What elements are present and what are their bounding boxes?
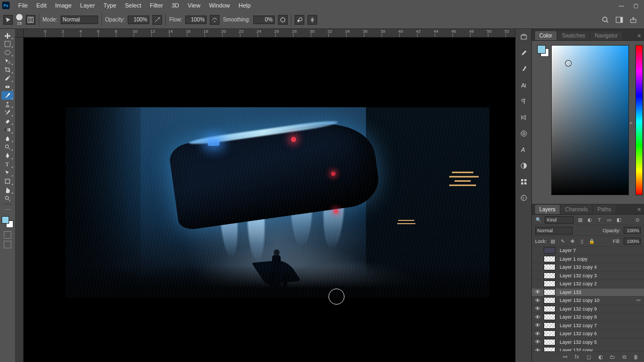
menu-help[interactable]: Help [235,0,255,11]
layer-thumbnail[interactable] [544,272,555,279]
layer-name[interactable]: Layer 132 copy [558,348,593,351]
brushes-panel-icon[interactable] [518,48,529,58]
layer-name[interactable]: Layer 1 copy [558,256,588,262]
blend-mode-select[interactable]: Normal [61,16,98,24]
minimize-button[interactable]: — [615,1,628,10]
panel-menu-icon[interactable]: ≡ [634,205,644,214]
lock-all-icon[interactable]: 🔒 [589,238,595,245]
menu-filter[interactable]: Filter [145,0,167,11]
filter-shape-icon[interactable]: ▭ [606,217,612,223]
pressure-opacity-toggle[interactable] [152,15,162,25]
dodge-tool[interactable] [2,143,13,151]
layer-row[interactable]: 👁Layer 132 copy 6 [532,330,644,338]
menu-type[interactable]: Type [99,0,121,11]
menu-view[interactable]: View [184,0,205,11]
visibility-toggle[interactable] [534,264,541,270]
eyedropper-tool[interactable] [2,74,13,83]
info-panel-icon[interactable]: i [518,193,529,203]
layer-row[interactable]: 👁Layer 132 copy [532,346,644,351]
visibility-toggle[interactable]: 👁 [534,339,541,345]
layer-row[interactable]: Layer 132 copy 3 [532,272,644,280]
artwork-canvas[interactable] [65,107,489,298]
visibility-toggle[interactable] [534,247,541,254]
layer-name[interactable]: Layer 132 copy 6 [558,331,597,336]
search-icon[interactable] [601,16,610,24]
tab-swatches[interactable]: Swatches [558,31,589,40]
pen-tool[interactable] [2,151,13,160]
quick-mask-toggle[interactable] [4,231,11,239]
tab-navigator[interactable]: Navigator [590,31,622,40]
layer-row[interactable]: Layer 7 [532,247,644,255]
document-viewport[interactable] [24,38,515,362]
layer-name[interactable]: Layer 132 copy 8 [558,314,597,320]
crop-tool[interactable] [2,65,13,74]
layer-thumbnail[interactable] [544,306,555,312]
actions-panel-icon[interactable] [518,113,529,122]
visibility-toggle[interactable]: 👁 [534,306,541,312]
filter-kind-select[interactable]: Kind [545,216,574,224]
smoothing-input[interactable]: 0% [253,16,275,24]
layer-list[interactable]: Layer 7Layer 1 copyLayer 132 copy 4Layer… [532,247,644,351]
layer-name[interactable]: Layer 132 copy 10 [558,298,599,303]
opacity-input[interactable]: 100% [128,16,149,24]
path-select-tool[interactable] [2,168,13,177]
menu-edit[interactable]: Edit [32,0,51,11]
layer-row[interactable]: Layer 132 copy 4 [532,263,644,272]
lock-pixels-icon[interactable]: ✎ [560,238,566,245]
zoom-tool[interactable] [2,194,13,203]
tab-paths[interactable]: Paths [593,205,616,214]
maximize-button[interactable]: ▢ [629,1,642,10]
paragraph-panel-icon[interactable] [518,97,529,106]
visibility-toggle[interactable]: 👁 [534,297,541,304]
tab-layers[interactable]: Layers [535,205,560,214]
blur-tool[interactable] [2,134,13,143]
hue-slider[interactable] [635,45,643,195]
symmetry-toggle[interactable] [308,15,317,25]
flow-input[interactable]: 100% [185,16,207,24]
saturation-picker[interactable] [551,45,629,195]
adjustments-panel-icon[interactable] [518,161,529,171]
shape-tool[interactable] [2,177,13,186]
layer-thumbnail[interactable] [544,289,555,295]
gradient-tool[interactable] [2,125,13,134]
layer-row[interactable]: 👁Layer 132 copy 7 [532,322,644,330]
screen-mode-toggle[interactable] [4,241,11,248]
menu-window[interactable]: Window [204,0,234,11]
layer-name[interactable]: Layer 7 [558,248,576,253]
type-tool[interactable]: T [2,160,13,168]
layer-name[interactable]: Layer 132 copy 4 [558,264,597,270]
layer-row[interactable]: 👁Layer 132 copy 8 [532,313,644,322]
layer-name[interactable]: Layer 132 copy 2 [558,281,597,286]
link-layers-icon[interactable]: ⚯ [561,353,569,361]
layer-name[interactable]: Layer 132 copy 7 [558,323,597,328]
fill-input[interactable]: 100% [624,238,641,245]
layer-row[interactable]: Layer 132 copy 2 [532,280,644,289]
edit-toolbar[interactable]: ⋯ [2,205,13,214]
lock-artboard-icon[interactable]: ▯ [579,238,586,245]
filter-pixel-icon[interactable]: ▧ [577,217,583,223]
lock-transparent-icon[interactable]: ▨ [550,238,557,245]
new-layer-icon[interactable]: ⧉ [620,353,628,361]
search-icon[interactable]: 🔍 [535,217,541,223]
tab-channels[interactable]: Channels [561,205,592,214]
canvas-area[interactable]: 0246810121416182022242628303234363840424… [15,29,515,362]
lock-position-icon[interactable]: ✥ [569,238,576,245]
clone-stamp-tool[interactable] [2,100,13,108]
visibility-toggle[interactable] [534,280,541,287]
pressure-size-toggle[interactable] [295,15,304,25]
color-cursor[interactable] [566,61,571,66]
smoothing-options[interactable] [278,15,288,25]
brush-settings-toggle[interactable] [26,15,35,25]
airbrush-toggle[interactable] [210,15,219,25]
marquee-tool[interactable] [2,40,13,48]
visibility-toggle[interactable]: 👁 [534,314,541,320]
layer-thumbnail[interactable] [544,256,555,262]
layer-fx-icon[interactable]: fx [573,353,581,361]
tool-preset-picker[interactable] [3,15,13,25]
visibility-toggle[interactable] [534,256,541,262]
adjustment-layer-icon[interactable]: ◐ [597,353,604,361]
layer-thumbnail[interactable] [544,264,555,270]
visibility-toggle[interactable]: 👁 [534,330,541,337]
visibility-toggle[interactable] [534,272,541,279]
filter-toggle[interactable]: ⊙ [634,217,641,223]
